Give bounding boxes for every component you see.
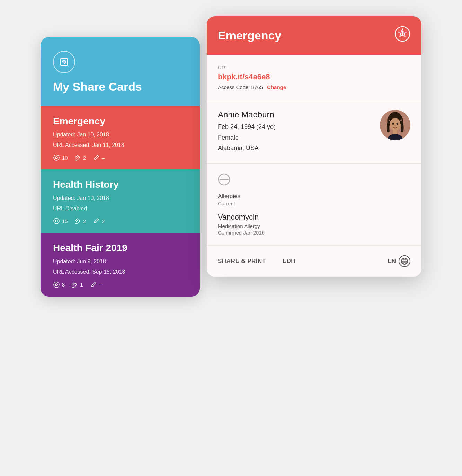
hh-items-count: 15 <box>62 218 68 224</box>
emergency-attachments: 2 <box>75 154 86 161</box>
emergency-url-status: URL Accessed: Jan 11, 2018 <box>53 141 187 150</box>
health-fair-updated: Updated: Jun 9, 2018 <box>53 257 187 266</box>
card-item-health-history[interactable]: Health History Updated: Jan 10, 2018 URL… <box>41 169 200 233</box>
url-value[interactable]: bkpk.it/s4a6e8 <box>218 72 410 81</box>
language-selector[interactable]: EN <box>388 255 410 267</box>
attachment-icon-hf <box>72 281 78 288</box>
hh-attachments: 2 <box>75 218 86 224</box>
right-header: Emergency <box>207 16 421 55</box>
svg-point-6 <box>55 284 57 286</box>
left-panel: My Share Cards Emergency Updated: Jan 10… <box>41 37 200 297</box>
hh-edits-count: 2 <box>102 218 105 224</box>
allergy-section: Allergies Current Vancomycin Medication … <box>207 164 421 246</box>
url-label: URL <box>218 64 410 70</box>
right-header-title: Emergency <box>218 29 281 42</box>
svg-point-11 <box>392 123 394 125</box>
access-code-row: Access Code: 8765 Change <box>218 84 410 90</box>
health-fair-stats: 8 1 – <box>53 281 187 288</box>
access-code-label: Access Code: 8765 <box>218 84 263 90</box>
language-label: EN <box>388 258 396 265</box>
svg-rect-13 <box>393 130 397 134</box>
edit-icon-hh <box>93 218 100 224</box>
emergency-stats: 10 2 – <box>53 154 187 161</box>
right-footer: SHARE & PRINT EDIT EN <box>207 246 421 277</box>
emergency-card-title: Emergency <box>53 116 187 127</box>
allergy-label: Allergies <box>218 193 410 200</box>
health-history-stats: 15 2 2 <box>53 218 187 224</box>
person-gender: Female <box>218 132 276 143</box>
health-history-url-status: URL Disabled <box>53 204 187 213</box>
medical-star-icon <box>394 26 410 45</box>
hf-edits-count: – <box>99 282 102 288</box>
person-dob: Feb 24, 1994 (24 yo) <box>218 122 276 132</box>
emergency-updated: Updated: Jan 10, 2018 <box>53 130 187 139</box>
items-icon-hf <box>53 281 60 288</box>
hh-items: 15 <box>53 218 68 224</box>
edit-icon <box>93 154 100 161</box>
card-item-health-fair[interactable]: Health Fair 2019 Updated: Jun 9, 2018 UR… <box>41 233 200 296</box>
health-fair-title: Health Fair 2019 <box>53 243 187 254</box>
allergy-type: Medication Allergy <box>218 223 410 229</box>
person-name: Annie Maeburn <box>218 110 276 120</box>
health-fair-url-status: URL Accessed: Sep 15, 2018 <box>53 267 187 276</box>
hh-edits: 2 <box>93 218 105 224</box>
svg-point-3 <box>54 218 59 224</box>
left-header-title: My Share Cards <box>53 80 142 94</box>
items-icon <box>53 154 60 161</box>
svg-point-12 <box>397 123 398 125</box>
avatar <box>380 110 410 140</box>
edit-icon-hf <box>90 281 97 288</box>
health-history-title: Health History <box>53 179 187 190</box>
change-link[interactable]: Change <box>267 84 286 90</box>
attachment-icon-hh <box>75 218 81 224</box>
svg-point-0 <box>63 61 65 63</box>
edit-button[interactable]: EDIT <box>283 258 297 265</box>
emergency-edits-count: – <box>102 155 105 161</box>
items-icon-hh <box>53 218 60 224</box>
hf-attachments: 1 <box>72 281 83 288</box>
svg-point-5 <box>54 282 59 288</box>
person-location: Alabama, USA <box>218 143 276 153</box>
emergency-edits: – <box>93 154 105 161</box>
person-section: Annie Maeburn Feb 24, 1994 (24 yo) Femal… <box>207 100 421 164</box>
hh-attachments-count: 2 <box>83 218 86 224</box>
left-header: My Share Cards <box>41 37 200 106</box>
url-section: URL bkpk.it/s4a6e8 Access Code: 8765 Cha… <box>207 55 421 100</box>
share-cards-icon <box>53 51 75 73</box>
share-print-button[interactable]: SHARE & PRINT <box>218 258 266 265</box>
allergy-confirmed: Confirmed Jan 2016 <box>218 230 410 236</box>
emergency-items-count: 10 <box>62 155 68 161</box>
emergency-attachments-count: 2 <box>83 155 86 161</box>
attachment-icon <box>75 154 81 161</box>
svg-point-2 <box>55 157 57 159</box>
allergy-sublabel: Current <box>218 201 410 206</box>
svg-point-1 <box>54 155 59 160</box>
health-history-updated: Updated: Jan 10, 2018 <box>53 194 187 203</box>
hf-items-count: 8 <box>62 282 65 288</box>
hf-attachments-count: 1 <box>80 282 83 288</box>
svg-point-10 <box>390 118 401 131</box>
emergency-items: 10 <box>53 154 68 161</box>
hf-edits: – <box>90 281 102 288</box>
globe-icon <box>399 255 410 267</box>
no-entry-icon <box>218 173 410 188</box>
right-panel: Emergency URL bkpk.it/s4a6e8 Access Code… <box>207 16 421 277</box>
svg-point-4 <box>55 220 57 222</box>
allergy-name: Vancomycin <box>218 213 410 222</box>
hf-items: 8 <box>53 281 65 288</box>
person-info: Annie Maeburn Feb 24, 1994 (24 yo) Femal… <box>218 110 276 153</box>
card-item-emergency[interactable]: Emergency Updated: Jan 10, 2018 URL Acce… <box>41 106 200 169</box>
